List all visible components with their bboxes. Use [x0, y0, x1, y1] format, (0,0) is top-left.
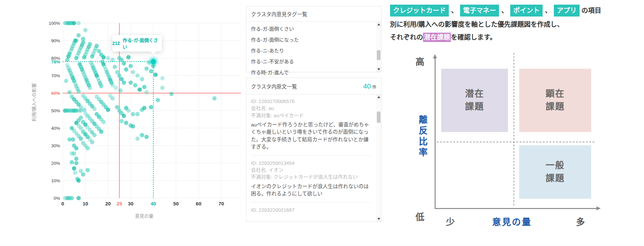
scatter-point[interactable]: [99, 129, 103, 134]
scatter-point[interactable]: [81, 40, 85, 45]
scatter-point[interactable]: [122, 114, 126, 118]
scatter-point[interactable]: [72, 166, 76, 170]
x-many-label: 多: [576, 215, 585, 228]
scatter-point[interactable]: [118, 88, 123, 93]
scatter-point[interactable]: [135, 74, 140, 78]
source-panel-scrollbar[interactable]: [376, 94, 381, 222]
scatter-point[interactable]: [67, 90, 72, 94]
scatter-point[interactable]: [79, 105, 83, 109]
scatter-point[interactable]: [126, 109, 130, 113]
scroll-up-icon[interactable]: [376, 22, 381, 27]
scatter-point[interactable]: [71, 137, 75, 142]
scatter-point[interactable]: [110, 58, 115, 62]
scatter-point[interactable]: [113, 65, 117, 69]
scatter-point[interactable]: [135, 136, 140, 141]
scatter-point[interactable]: [142, 85, 146, 89]
scatter-point[interactable]: [133, 83, 137, 88]
x-tick-label: 40: [151, 201, 156, 206]
scatter-point[interactable]: [79, 116, 83, 120]
scatter-point[interactable]: [72, 21, 76, 25]
scatter-point[interactable]: [110, 83, 115, 88]
scatter-point[interactable]: [90, 140, 94, 144]
scatter-point[interactable]: [140, 133, 144, 137]
scatter-point[interactable]: [128, 64, 133, 68]
scatter-point[interactable]: [79, 136, 83, 141]
scatter-point[interactable]: [124, 67, 128, 72]
arrow-up-icon: [433, 54, 437, 58]
tag-list-item[interactable]: 作る-ニ-あたり: [246, 45, 381, 56]
scatter-point[interactable]: [144, 90, 149, 94]
scatter-point[interactable]: [70, 160, 74, 164]
scatter-point[interactable]: [142, 106, 146, 110]
scatter-point[interactable]: [72, 151, 76, 156]
scatter-point[interactable]: [92, 107, 96, 111]
scatter-point[interactable]: [65, 58, 69, 62]
scatter-point[interactable]: [131, 112, 135, 116]
tag-list-item[interactable]: 作る時-ガ-進んで: [246, 67, 381, 78]
entry-body: auペイカード作ろうかと思ったけど、審査がめちゃくちゃ厳しいという噂をきいて作る…: [251, 121, 371, 151]
scatter-point[interactable]: [140, 77, 144, 81]
scatter-point[interactable]: [212, 96, 217, 100]
scroll-up-icon[interactable]: [376, 94, 381, 100]
scatter-point[interactable]: [169, 92, 174, 96]
scatter-point[interactable]: [138, 88, 142, 92]
scatter-point[interactable]: [64, 79, 68, 83]
tag-list-item[interactable]: 作る-ガ-面倒になった: [246, 34, 381, 45]
scatter-point[interactable]: [73, 171, 77, 175]
scatter-point[interactable]: [70, 196, 74, 200]
tag-list-item[interactable]: 作る-ガ-面倒くさい: [246, 23, 381, 34]
y-tick-label: 70%: [51, 73, 60, 78]
scatter-point[interactable]: [92, 133, 96, 137]
scatter-point[interactable]: [88, 86, 92, 90]
scatter-point[interactable]: [76, 196, 81, 200]
scatter-point[interactable]: [120, 119, 124, 123]
scatter-point[interactable]: [154, 73, 158, 77]
scatter-point[interactable]: [126, 55, 130, 59]
scatter-point[interactable]: [99, 84, 103, 88]
scatter-point[interactable]: [76, 33, 81, 38]
scatter-point[interactable]: [73, 39, 77, 43]
scroll-down-icon[interactable]: [376, 216, 381, 222]
x-few-label: 少: [446, 215, 455, 228]
scatter-point[interactable]: [86, 146, 90, 150]
scatter-point[interactable]: [86, 168, 90, 172]
x-tick-label: 25: [117, 201, 122, 206]
scatter-point[interactable]: [74, 146, 79, 150]
scroll-down-icon[interactable]: [376, 67, 381, 72]
scatter-point[interactable]: [160, 76, 164, 80]
scatter-point[interactable]: [156, 98, 160, 102]
scatter-point[interactable]: [122, 61, 126, 65]
scatter-point[interactable]: [106, 108, 110, 112]
scrollbar-thumb[interactable]: [377, 50, 380, 60]
scatter-point[interactable]: [131, 124, 135, 128]
scatter-point[interactable]: [149, 105, 153, 109]
selected-point[interactable]: [151, 59, 156, 64]
scatter-point[interactable]: [101, 120, 106, 124]
scatter-point[interactable]: [149, 69, 153, 73]
scatter-point[interactable]: [135, 112, 140, 116]
scatter-point[interactable]: [124, 121, 128, 125]
scatter-point[interactable]: [81, 172, 85, 177]
scatter-point[interactable]: [110, 96, 115, 100]
scatter-point[interactable]: [88, 42, 92, 46]
tag-panel-scrollbar[interactable]: [376, 22, 381, 72]
scatter-point[interactable]: [76, 179, 81, 183]
x-tick-label: 10: [83, 201, 88, 206]
scatter-point[interactable]: [83, 28, 88, 32]
scatter-point[interactable]: [160, 86, 164, 90]
scatter-point[interactable]: [144, 66, 149, 71]
scrollbar-thumb[interactable]: [377, 112, 380, 123]
scatter-point[interactable]: [128, 81, 133, 85]
scatter-point[interactable]: [76, 21, 81, 25]
scatter-point[interactable]: [106, 56, 110, 60]
scatter-point[interactable]: [74, 161, 79, 165]
scatter-point[interactable]: [122, 81, 126, 85]
scatter-point[interactable]: [144, 135, 149, 139]
scatter-point[interactable]: [131, 70, 135, 74]
scatter-point[interactable]: [101, 55, 106, 59]
scatter-point[interactable]: [76, 89, 81, 93]
scatter-point[interactable]: [94, 44, 99, 48]
scatter-point[interactable]: [74, 157, 79, 161]
tag-list-item[interactable]: 作る-ニ-不安がある: [246, 56, 381, 67]
scatter-point[interactable]: [114, 86, 118, 90]
